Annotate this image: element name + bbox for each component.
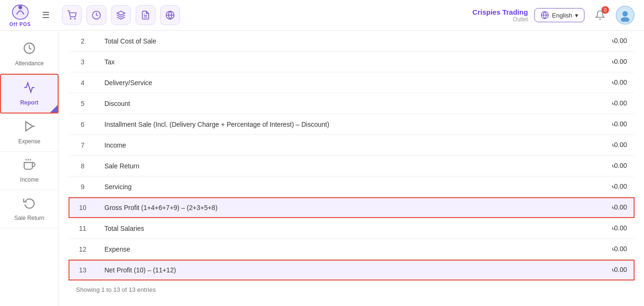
main-layout: Attendance Report Expense Income Sale Re… — [0, 31, 644, 306]
row-number: 9 — [69, 176, 97, 197]
row-number: 7 — [69, 135, 97, 156]
table-row: 3Tax৳0.00 — [69, 52, 635, 72]
table-row: 8Sale Return৳0.00 — [69, 156, 635, 176]
logo-text: Off POS — [9, 22, 31, 27]
chevron-down-icon: ▾ — [575, 12, 578, 19]
row-label: Sale Return — [97, 156, 574, 176]
sidebar-item-report[interactable]: Report — [0, 74, 59, 114]
language-button[interactable]: English ▾ — [534, 8, 584, 22]
row-label: Discount — [97, 93, 574, 114]
notification-badge: 0 — [601, 6, 609, 14]
language-label: English — [552, 12, 572, 19]
table-row: 2Total Cost of Sale৳0.00 — [69, 31, 635, 52]
row-value: ৳0.00 — [574, 52, 635, 72]
showing-entries: Showing 1 to 13 of 13 entries — [69, 280, 635, 299]
brand-info: Crispies Trading Outlet — [472, 8, 528, 23]
table-row: 5Discount৳0.00 — [69, 93, 635, 114]
row-label: Expense — [97, 239, 574, 260]
row-label: Gross Profit (1+4+6+7+9) – (2+3+5+8) — [97, 197, 574, 218]
layers-nav-icon[interactable] — [111, 5, 131, 25]
sidebar-item-income[interactable]: Income — [0, 152, 59, 190]
row-label: Income — [97, 135, 574, 156]
table-row: 7Income৳0.00 — [69, 135, 635, 156]
row-number: 5 — [69, 93, 97, 114]
row-value: ৳0.00 — [574, 176, 635, 197]
table-row: 12Expense৳0.00 — [69, 239, 635, 260]
row-value: ৳0.00 — [574, 72, 635, 93]
row-number: 12 — [69, 239, 97, 260]
table-row: 10Gross Profit (1+4+6+7+9) – (2+3+5+8)৳0… — [69, 197, 635, 218]
cart-nav-icon[interactable] — [62, 5, 82, 25]
row-number: 11 — [69, 218, 97, 239]
income-label: Income — [20, 176, 38, 183]
svg-marker-15 — [26, 122, 33, 131]
report-label: Report — [20, 99, 39, 106]
svg-point-12 — [622, 11, 627, 17]
header: Off POS ☰ Crispies Trading Outlet — [0, 0, 644, 31]
clock-nav-icon[interactable] — [86, 5, 106, 25]
content-area: 2Total Cost of Sale৳0.003Tax৳0.004Delive… — [59, 31, 644, 306]
row-value: ৳0.00 — [574, 218, 635, 239]
sale-return-icon — [23, 197, 35, 212]
sale-return-label: Sale Return — [14, 215, 44, 221]
row-number: 13 — [69, 260, 97, 280]
sidebar-item-expense[interactable]: Expense — [0, 114, 59, 152]
table-row: 9Servicing৳0.00 — [69, 176, 635, 197]
row-value: ৳0.00 — [574, 114, 635, 135]
row-number: 10 — [69, 197, 97, 218]
brand-sub: Outlet — [472, 16, 528, 23]
avatar[interactable] — [616, 6, 635, 25]
sidebar: Attendance Report Expense Income Sale Re… — [0, 31, 59, 306]
menu-toggle-icon[interactable]: ☰ — [42, 10, 50, 20]
svg-point-3 — [75, 18, 76, 19]
sidebar-item-sale-return[interactable]: Sale Return — [0, 190, 59, 228]
attendance-icon — [23, 42, 35, 57]
logo[interactable]: Off POS — [9, 3, 31, 27]
row-label: Net Profit (10) – (11+12) — [97, 260, 574, 280]
svg-point-2 — [70, 18, 71, 19]
row-number: 4 — [69, 72, 97, 93]
row-value: ৳0.00 — [574, 31, 635, 52]
brand-name: Crispies Trading — [472, 8, 528, 16]
row-label: Delivery/Service — [97, 72, 574, 93]
report-icon — [23, 81, 35, 96]
svg-marker-5 — [117, 11, 125, 15]
header-right: Crispies Trading Outlet English ▾ 0 — [472, 6, 635, 25]
row-label: Installment Sale (Incl. (Delivery Charge… — [97, 114, 574, 135]
expense-icon — [23, 120, 35, 135]
expense-label: Expense — [18, 138, 41, 145]
row-number: 6 — [69, 114, 97, 135]
globe-nav-icon[interactable] — [160, 5, 180, 25]
table-row: 4Delivery/Service৳0.00 — [69, 72, 635, 93]
row-label: Servicing — [97, 176, 574, 197]
row-label: Tax — [97, 52, 574, 72]
income-icon — [23, 158, 35, 174]
row-number: 3 — [69, 52, 97, 72]
table-row: 13Net Profit (10) – (11+12)৳0.00 — [69, 260, 635, 280]
row-value: ৳0.00 — [574, 197, 635, 218]
row-value: ৳0.00 — [574, 260, 635, 280]
row-value: ৳0.00 — [574, 239, 635, 260]
sidebar-item-attendance[interactable]: Attendance — [0, 35, 59, 74]
row-label: Total Salaries — [97, 218, 574, 239]
table-wrap: 2Total Cost of Sale৳0.003Tax৳0.004Delive… — [59, 31, 644, 306]
notification-button[interactable]: 0 — [591, 6, 609, 24]
row-label: Total Cost of Sale — [97, 31, 574, 52]
table-row: 6Installment Sale (Incl. (Delivery Charg… — [69, 114, 635, 135]
file-nav-icon[interactable] — [136, 5, 155, 25]
row-number: 2 — [69, 31, 97, 52]
header-left: Off POS ☰ — [9, 3, 180, 27]
row-value: ৳0.00 — [574, 135, 635, 156]
svg-point-13 — [621, 17, 629, 22]
table-row: 11Total Salaries৳0.00 — [69, 218, 635, 239]
row-value: ৳0.00 — [574, 156, 635, 176]
row-value: ৳0.00 — [574, 93, 635, 114]
attendance-label: Attendance — [15, 60, 44, 67]
report-table: 2Total Cost of Sale৳0.003Tax৳0.004Delive… — [69, 31, 635, 280]
row-number: 8 — [69, 156, 97, 176]
nav-icons — [62, 5, 180, 25]
